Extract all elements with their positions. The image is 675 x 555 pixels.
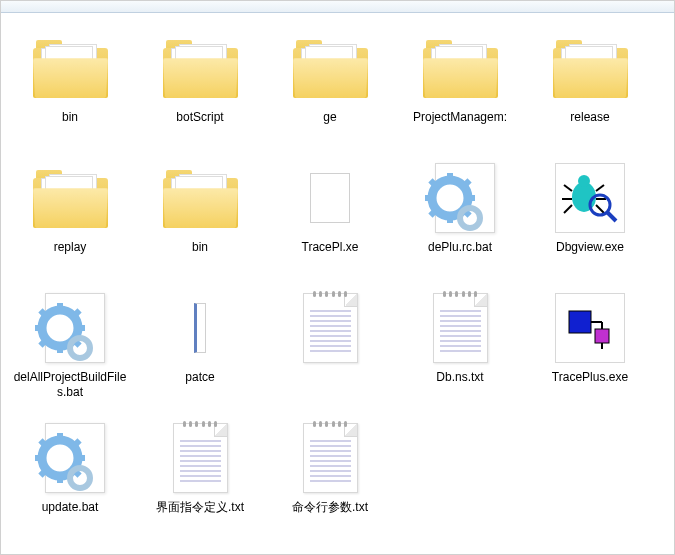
file-icon <box>158 291 243 366</box>
file-label: 命令行参数.txt <box>292 500 368 532</box>
text-file-icon <box>288 291 373 366</box>
window-toolbar <box>1 1 674 13</box>
gear-icon <box>418 161 503 236</box>
file-item[interactable]: replay <box>5 151 135 281</box>
text-file-icon <box>418 291 503 366</box>
file-item[interactable]: patce <box>135 281 265 411</box>
file-item[interactable]: botScript <box>135 21 265 151</box>
folder-icon <box>28 31 113 106</box>
file-label: botScript <box>176 110 223 142</box>
bug-icon <box>548 161 633 236</box>
file-item[interactable]: bin <box>5 21 135 151</box>
folder-icon <box>288 31 373 106</box>
file-icon <box>288 161 373 236</box>
file-item[interactable]: release <box>525 21 655 151</box>
file-item[interactable]: bin <box>135 151 265 281</box>
file-item[interactable]: Dbgview.exe <box>525 151 655 281</box>
folder-icon <box>158 31 243 106</box>
file-label: ge <box>323 110 336 142</box>
file-label: release <box>570 110 609 142</box>
file-label: TracePl.xe <box>302 240 359 272</box>
file-item[interactable]: TracePl.xe <box>265 151 395 281</box>
file-item[interactable]: 命令行参数.txt <box>265 411 395 541</box>
file-label: update.bat <box>42 500 99 532</box>
gear-icon <box>28 421 113 496</box>
folder-icon <box>548 31 633 106</box>
file-label: delAllProjectBuildFiles.bat <box>10 370 130 402</box>
file-label: Db.ns.txt <box>436 370 483 402</box>
file-list: binbotScriptgeProjectManagem:releaserepl… <box>1 13 674 549</box>
file-item[interactable]: update.bat <box>5 411 135 541</box>
folder-icon <box>418 31 503 106</box>
file-label: 界面指令定义.txt <box>156 500 244 532</box>
file-label: TracePlus.exe <box>552 370 628 402</box>
gear-icon <box>28 291 113 366</box>
file-label: bin <box>192 240 208 272</box>
folder-icon <box>158 161 243 236</box>
diagram-icon <box>548 291 633 366</box>
text-file-icon <box>158 421 243 496</box>
file-label: dePlu.rc.bat <box>428 240 492 272</box>
file-item[interactable]: delAllProjectBuildFiles.bat <box>5 281 135 411</box>
folder-icon <box>28 161 113 236</box>
file-item[interactable]: ge <box>265 21 395 151</box>
file-item[interactable]: dePlu.rc.bat <box>395 151 525 281</box>
file-item[interactable]: 界面指令定义.txt <box>135 411 265 541</box>
file-label: patce <box>185 370 214 402</box>
file-label: replay <box>54 240 87 272</box>
file-item[interactable] <box>265 281 395 411</box>
file-label: Dbgview.exe <box>556 240 624 272</box>
file-label: ProjectManagem: <box>413 110 507 142</box>
text-file-icon <box>288 421 373 496</box>
file-item[interactable]: TracePlus.exe <box>525 281 655 411</box>
file-item[interactable]: Db.ns.txt <box>395 281 525 411</box>
file-item[interactable]: ProjectManagem: <box>395 21 525 151</box>
file-label: bin <box>62 110 78 142</box>
